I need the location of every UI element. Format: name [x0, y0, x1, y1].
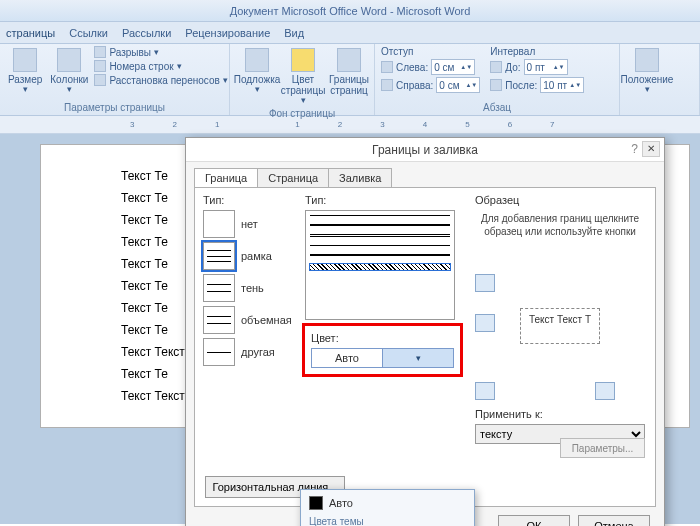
hyphen-icon — [94, 74, 106, 86]
preview-hint: Для добавления границ щелкните образец и… — [475, 212, 645, 238]
edge-top-button[interactable] — [475, 274, 495, 292]
position-icon — [635, 48, 659, 72]
tab-shading[interactable]: Заливка — [328, 168, 392, 187]
indent-label: Отступ — [381, 46, 480, 57]
ribbon: Размер▾ Колонки▾ Разрывы▾ Номера строк▾ … — [0, 44, 700, 116]
color-dropdown[interactable]: Авто ▾ — [311, 348, 454, 368]
setting-label: Тип: — [203, 194, 293, 206]
ok-button[interactable]: ОК — [498, 515, 570, 526]
page-color-button[interactable]: Цвет страницы▾ — [282, 46, 324, 108]
cancel-button[interactable]: Отмена — [578, 515, 650, 526]
apply-to-label: Применить к: — [475, 408, 655, 420]
auto-swatch-icon — [309, 496, 323, 510]
help-icon[interactable]: ? — [631, 142, 638, 156]
linenum-icon — [94, 60, 106, 72]
pagecolor-icon — [291, 48, 315, 72]
color-picker-popup: Авто Цвета темы Стандартные цвета Другие… — [300, 489, 475, 526]
setting-3d[interactable]: объемная — [203, 306, 293, 334]
dialog-title-bar[interactable]: Границы и заливка ? ✕ — [186, 138, 664, 162]
group-page-setup: Размер▾ Колонки▾ Разрывы▾ Номера строк▾ … — [0, 44, 230, 115]
group-label: Абзац — [381, 102, 613, 113]
spacing-before-spinner[interactable]: 0 пт▲▼ — [524, 59, 568, 75]
size-button[interactable]: Размер▾ — [6, 46, 44, 97]
line-style-list[interactable] — [305, 210, 455, 320]
borders-shading-dialog: Границы и заливка ? ✕ Граница Страница З… — [185, 137, 665, 526]
group-label: Фон страницы — [236, 108, 368, 119]
line-style-selected[interactable] — [310, 264, 450, 270]
hyphenation-button[interactable]: Расстановка переносов▾ — [94, 74, 227, 86]
style-label: Тип: — [305, 194, 455, 206]
indent-right-icon — [381, 79, 393, 91]
columns-icon — [57, 48, 81, 72]
position-button[interactable]: Положение▾ — [626, 46, 668, 97]
chevron-down-icon[interactable]: ▾ — [382, 349, 453, 367]
tab-references[interactable]: Ссылки — [69, 27, 108, 39]
edge-left-button[interactable] — [475, 382, 495, 400]
indent-right-spinner[interactable]: 0 см▲▼ — [436, 77, 480, 93]
color-value: Авто — [312, 349, 382, 367]
indent-left-icon — [381, 61, 393, 73]
tab-page-layout[interactable]: страницы — [6, 27, 55, 39]
breaks-button[interactable]: Разрывы▾ — [94, 46, 227, 58]
columns-button[interactable]: Колонки▾ — [48, 46, 90, 97]
preview-label: Образец — [475, 194, 645, 206]
spacing-label: Интервал — [490, 46, 584, 57]
color-section-highlight: Цвет: Авто ▾ — [305, 326, 460, 374]
setting-box[interactable]: рамка — [203, 242, 293, 270]
theme-colors-label: Цвета темы — [305, 512, 470, 526]
tab-view[interactable]: Вид — [284, 27, 304, 39]
dialog-title: Границы и заливка — [372, 143, 478, 157]
color-label: Цвет: — [311, 332, 454, 344]
page-size-icon — [13, 48, 37, 72]
title-bar: Документ Microsoft Office Word - Microso… — [0, 0, 700, 22]
setting-shadow[interactable]: тень — [203, 274, 293, 302]
watermark-icon — [245, 48, 269, 72]
tab-page-border[interactable]: Страница — [257, 168, 329, 187]
watermark-button[interactable]: Подложка▾ — [236, 46, 278, 97]
page-borders-button[interactable]: Границы страниц — [328, 46, 370, 98]
close-icon[interactable]: ✕ — [642, 141, 660, 157]
ribbon-tabs: страницы Ссылки Рассылки Рецензирование … — [0, 22, 700, 44]
edge-bottom-button[interactable] — [475, 314, 495, 332]
document-area: Текст Те Текст Те Текст Те Текст Те Текс… — [0, 134, 700, 524]
indent-left-spinner[interactable]: 0 см▲▼ — [431, 59, 475, 75]
tab-review[interactable]: Рецензирование — [185, 27, 270, 39]
tab-border[interactable]: Граница — [194, 168, 258, 187]
before-icon — [490, 61, 502, 73]
after-icon — [490, 79, 502, 91]
auto-color-row[interactable]: Авто — [305, 494, 470, 512]
borders-icon — [337, 48, 361, 72]
group-page-background: Подложка▾ Цвет страницы▾ Границы страниц… — [230, 44, 375, 115]
dialog-body: Тип: нет рамка тень объемная другая Тип: — [194, 187, 656, 507]
dialog-tabs: Граница Страница Заливка — [186, 162, 664, 187]
breaks-icon — [94, 46, 106, 58]
group-label: Параметры страницы — [6, 102, 223, 113]
preview-box[interactable]: Текст Текст Т — [520, 308, 600, 344]
group-paragraph: Отступ Слева:0 см▲▼ Справа:0 см▲▼ Интерв… — [375, 44, 620, 115]
setting-none[interactable]: нет — [203, 210, 293, 238]
edge-right-button[interactable] — [595, 382, 615, 400]
line-numbers-button[interactable]: Номера строк▾ — [94, 60, 227, 72]
options-button[interactable]: Параметры... — [560, 438, 645, 458]
spacing-after-spinner[interactable]: 10 пт▲▼ — [540, 77, 584, 93]
group-arrange: Положение▾ — [620, 44, 700, 115]
setting-custom[interactable]: другая — [203, 338, 293, 366]
tab-mailings[interactable]: Рассылки — [122, 27, 171, 39]
